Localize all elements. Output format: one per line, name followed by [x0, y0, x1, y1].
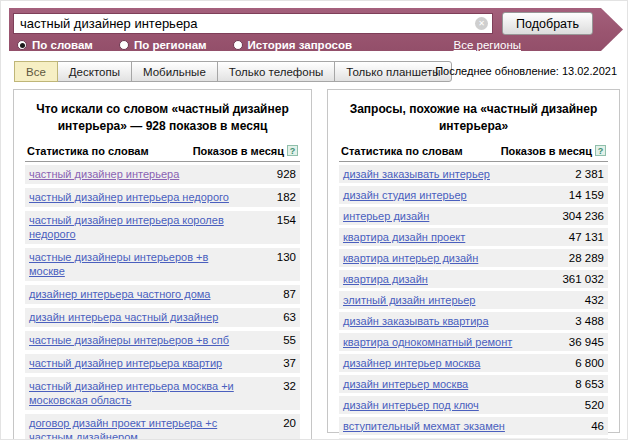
keyword-link[interactable]: квартира однокомнатный ремонт [343, 335, 512, 349]
shows-value: 3 488 [565, 314, 604, 328]
keyword-link[interactable]: частные дизайнеры интерьеров +в москве [29, 250, 244, 278]
device-tabs: Все Десктопы Мобильные Только телефоны Т… [15, 61, 452, 82]
keyword-link[interactable]: договор дизайн проект интерьера +с частн… [29, 416, 244, 440]
column-shows-header: Показов в месяц ? [193, 145, 298, 157]
column-headers: Статистика по словам Показов в месяц ? [339, 143, 608, 162]
table-row: интерьер дизайн 304 236 [339, 207, 608, 225]
shows-value: 8 653 [565, 377, 604, 391]
table-row: элитный дизайн интерьер 432 [339, 291, 608, 309]
table-row: частный дизайнер интерьера королев недор… [25, 211, 300, 244]
mode-radio-group: По словам По регионам История запросов [17, 39, 378, 51]
table-row: квартира дизайн проект 47 131 [339, 228, 608, 246]
shows-value: 47 131 [559, 230, 604, 244]
table-row: дизайнер интерьер москва 6 800 [339, 354, 608, 372]
shows-value: 63 [273, 310, 296, 324]
help-icon[interactable]: ? [287, 145, 298, 156]
wordstat-page: ✕ Подобрать По словам По регионам [0, 0, 628, 440]
submit-button[interactable]: Подобрать [502, 12, 593, 35]
column-shows-header: Показов в месяц ? [501, 145, 606, 157]
keyword-link[interactable]: частный дизайнер интерьера королев недор… [29, 213, 244, 241]
search-input[interactable] [13, 13, 493, 34]
table-row: дизайн интерьер под ключ 520 [339, 396, 608, 414]
keyword-link[interactable]: дизайнер интерьер москва [343, 356, 480, 370]
keyword-link[interactable]: дизайн заказывать квартира [343, 314, 489, 328]
mode-radio-option[interactable]: История запросов [233, 39, 352, 51]
table-row: дизайн студия интерьер 14 159 [339, 186, 608, 204]
shows-value: 432 [575, 293, 604, 307]
search-banner: ✕ Подобрать По словам По регионам [9, 8, 623, 51]
table-row: частные дизайнеры интерьеров +в спб 55 [25, 331, 300, 350]
mode-radio-option[interactable]: По регионам [119, 39, 207, 51]
column-keyword-header: Статистика по словам [27, 145, 149, 157]
keyword-link[interactable]: дизайн интерьер под ключ [343, 398, 479, 412]
table-row: квартира однокомнатный ремонт 36 945 [339, 333, 608, 351]
keyword-link[interactable]: дизайнер интерьера частного дома [29, 287, 210, 301]
table-row: дизайнер интерьера частного дома 87 [25, 285, 300, 304]
mode-label: История запросов [248, 39, 352, 51]
keyword-link[interactable]: частные дизайнеры интерьеров +в спб [29, 333, 229, 347]
table-row: частный дизайнер интерьера 928 [25, 165, 300, 184]
shows-value: 6 800 [565, 356, 604, 370]
keyword-link[interactable]: частный дизайнер интерьера москва +и мос… [29, 379, 244, 407]
table-row: квартира дизайн 361 032 [339, 270, 608, 288]
keyword-link[interactable]: вступительный мехмат экзамен [343, 419, 505, 433]
shows-value: 14 159 [559, 188, 604, 202]
shows-value: 304 236 [552, 209, 604, 223]
keywords-panel-title: Что искали со словом «частный дизайнер и… [33, 101, 292, 135]
keyword-link[interactable]: дизайн интерьера частный дизайнер [29, 310, 218, 324]
shows-value: 2 381 [565, 167, 604, 181]
shows-value: 154 [267, 213, 296, 227]
keyword-link[interactable]: квартира дизайн [343, 272, 428, 286]
device-tab[interactable]: Только телефоны [217, 61, 335, 82]
similar-panel-title: Запросы, похожие на «частный дизайнер ин… [347, 101, 600, 135]
keyword-link[interactable]: интерьер дизайн [343, 209, 429, 223]
all-regions-link[interactable]: Все регионы [454, 39, 521, 51]
table-row: вступительный мехмат экзамен 46 [339, 417, 608, 435]
column-shows-label: Показов в месяц [501, 145, 592, 157]
mode-row: По словам По регионам История запросов В… [13, 39, 593, 51]
keyword-link[interactable]: частный дизайнер интерьера недорого [29, 190, 229, 204]
keyword-link[interactable]: дизайн интерьер москва [343, 377, 468, 391]
keyword-link[interactable]: квартира интерьер дизайн [343, 251, 478, 265]
table-row: дизайн заказывать интерьер 2 381 [339, 165, 608, 183]
radio-icon[interactable] [17, 40, 27, 50]
keyword-link[interactable]: частный дизайнер интерьера [29, 167, 179, 181]
table-row: дизайн заказывать квартира 3 488 [339, 312, 608, 330]
column-keyword-header: Статистика по словам [341, 145, 463, 157]
column-shows-label: Показов в месяц [193, 145, 284, 157]
table-row: частный дизайнер интерьера квартир 37 [25, 354, 300, 373]
mode-label: По регионам [134, 39, 207, 51]
keyword-link[interactable]: частный дизайнер интерьера квартир [29, 356, 222, 370]
shows-value: 182 [267, 190, 296, 204]
keyword-link[interactable]: элитный дизайн интерьер [343, 293, 476, 307]
search-field-wrap: ✕ [13, 13, 493, 34]
keywords-panel: Что искали со словом «частный дизайнер и… [13, 89, 312, 440]
similar-queries-table: дизайн заказывать интерьер 2 381 дизайн … [339, 165, 608, 440]
mode-label: По словам [32, 39, 93, 51]
table-row: частный дизайнер интерьера недорого 182 [25, 188, 300, 207]
radio-icon[interactable] [119, 40, 129, 50]
keywords-table: частный дизайнер интерьера 928 частный д… [25, 165, 300, 440]
device-tab[interactable]: Все [14, 61, 58, 82]
table-row: частный дизайнер интерьера москва +и мос… [25, 377, 300, 410]
shows-value: 46 [581, 419, 604, 433]
keyword-link[interactable]: квартира дизайн проект [343, 230, 465, 244]
help-icon[interactable]: ? [595, 145, 606, 156]
device-tab[interactable]: Мобильные [131, 61, 218, 82]
shows-value: 361 032 [552, 272, 604, 286]
similar-queries-panel: Запросы, похожие на «частный дизайнер ин… [327, 89, 620, 433]
table-row: квартира интерьер дизайн 28 289 [339, 249, 608, 267]
clear-search-icon[interactable]: ✕ [475, 17, 488, 30]
radio-icon[interactable] [233, 40, 243, 50]
shows-value: 32 [273, 379, 296, 393]
column-headers: Статистика по словам Показов в месяц ? [25, 143, 300, 162]
shows-value: 55 [273, 333, 296, 347]
keyword-link[interactable]: дизайн заказывать интерьер [343, 167, 490, 181]
mode-radio-option[interactable]: По словам [17, 39, 93, 51]
shows-value: 130 [267, 250, 296, 264]
shows-value: 87 [273, 287, 296, 301]
last-update-text: Последнее обновление: 13.02.2021 [435, 65, 617, 77]
table-row: дизайн интерьер москва 8 653 [339, 375, 608, 393]
keyword-link[interactable]: дизайн студия интерьер [343, 188, 467, 202]
device-tab[interactable]: Десктопы [57, 61, 132, 82]
